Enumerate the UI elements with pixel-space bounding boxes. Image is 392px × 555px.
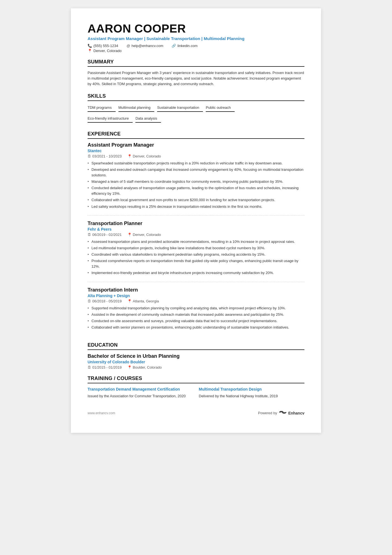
skills-row-1: TDM programs Multimodal planning Sustain… — [88, 104, 304, 114]
link-icon: 🔗 — [172, 44, 176, 48]
bullet-1-3: Managed a team of 5 staff members to coo… — [88, 179, 304, 184]
summary-title: SUMMARY — [88, 59, 304, 67]
exp-entry-2: Transportation Planner Fehr & Peers 🗓 06… — [88, 221, 304, 282]
bullet-1-6: Led safety workshops resulting in a 25% … — [88, 204, 304, 209]
experience-title: EXPERIENCE — [88, 131, 304, 139]
training-entry-2: Multimodal Transportation Design Deliver… — [199, 387, 304, 399]
contact-row-2: 📍 Denver, Colorado — [88, 49, 304, 53]
skill-multimodal: Multimodal planning — [118, 104, 155, 112]
skill-data: Data analysis — [135, 115, 161, 123]
training-title: TRAINING / COURSES — [88, 376, 304, 383]
bullet-2-5: Implemented eco-friendly pedestrian and … — [88, 270, 304, 276]
job-location-3: 📍 Atlanta, Georgia — [127, 299, 159, 303]
job-dates-2: 🗓 06/2019 - 02/2021 — [88, 233, 122, 237]
bullet-2-1: Assessed transportation plans and provid… — [88, 239, 304, 245]
bullet-2-4: Produced comprehensive reports on transp… — [88, 258, 304, 269]
pin-icon-edu: 📍 — [127, 365, 132, 369]
exp-entry-3: Transportation Intern Alta Planning + De… — [88, 287, 304, 336]
company-1: Stantec — [88, 149, 304, 153]
bullet-2-3: Coordinated with various stakeholders to… — [88, 252, 304, 257]
calendar-icon-1: 🗓 — [88, 154, 91, 158]
edu-degree-1: Bachelor of Science in Urban Planning — [88, 353, 304, 359]
enhancv-icon — [279, 410, 287, 416]
linkedin-contact: 🔗 linkedin.com — [172, 44, 197, 48]
pin-icon-1: 📍 — [127, 154, 132, 158]
skill-tdm: TDM programs — [88, 104, 116, 112]
exp-entry-1: Assistant Program Manager Stantec 🗓 03/2… — [88, 142, 304, 216]
bullet-1-5: Collaborated with local government and n… — [88, 197, 304, 203]
edu-dates-1: 🗓 01/2015 - 01/2019 — [88, 365, 122, 369]
skill-eco: Eco-friendly infrastructure — [88, 115, 133, 123]
skill-outreach: Public outreach — [206, 104, 235, 112]
job-location-1: 📍 Denver, Colorado — [127, 154, 161, 158]
calendar-icon-2: 🗓 — [88, 233, 91, 237]
company-3: Alta Planning + Design — [88, 293, 304, 298]
training-title-1: Transportation Demand Management Certifi… — [88, 387, 193, 392]
job-dates-3: 🗓 06/2018 - 05/2019 — [88, 299, 122, 303]
bullet-list-2: Assessed transportation plans and provid… — [88, 239, 304, 276]
bullet-3-4: Collaborated with senior planners on pre… — [88, 325, 304, 330]
email-icon: @ — [126, 44, 130, 48]
footer-website: www.enhancv.com — [88, 411, 115, 415]
location-value: Denver, Colorado — [93, 49, 121, 53]
company-2: Fehr & Peers — [88, 227, 304, 231]
skills-row-2: Eco-friendly infrastructure Data analysi… — [88, 115, 304, 125]
job-title-3: Transportation Intern — [88, 287, 304, 293]
job-title-1: Assistant Program Manager — [88, 142, 304, 148]
job-dates-1: 🗓 03/2021 - 10/2023 — [88, 154, 122, 158]
training-desc-1: Issued by the Association for Commuter T… — [88, 393, 193, 399]
phone-value: (555) 555-1234 — [93, 44, 118, 48]
summary-text: Passionate Assistant Program Manager wit… — [88, 70, 304, 87]
enhancv-brand-name: Enhancv — [288, 411, 304, 415]
job-location-2: 📍 Denver, Colorado — [127, 233, 161, 237]
job-meta-2: 🗓 06/2019 - 02/2021 📍 Denver, Colorado — [88, 233, 304, 237]
location-contact: 📍 Denver, Colorado — [88, 49, 121, 53]
training-entry-1: Transportation Demand Management Certifi… — [88, 387, 193, 399]
bullet-3-1: Supported multimodal transportation plan… — [88, 305, 304, 311]
bullet-list-1: Spearheaded sustainable transportation p… — [88, 161, 304, 209]
calendar-icon-3: 🗓 — [88, 299, 91, 303]
bullet-1-1: Spearheaded sustainable transportation p… — [88, 161, 304, 166]
training-grid: Transportation Demand Management Certifi… — [88, 387, 304, 399]
bullet-3-3: Conducted on-site assessments and survey… — [88, 318, 304, 324]
header-section: AARON COOPER Assistant Program Manager |… — [88, 22, 304, 53]
job-title-2: Transportation Planner — [88, 221, 304, 226]
email-contact: @ help@enhancv.com — [126, 44, 163, 48]
skill-sustainable: Sustainable transportation — [157, 104, 203, 112]
bullet-list-3: Supported multimodal transportation plan… — [88, 305, 304, 330]
education-title: EDUCATION — [88, 342, 304, 350]
footer: www.enhancv.com Powered by Enhancv — [88, 410, 304, 416]
candidate-name: AARON COOPER — [88, 22, 304, 35]
bullet-1-4: Conducted detailed analyses of transport… — [88, 185, 304, 196]
training-section: TRAINING / COURSES Transportation Demand… — [88, 376, 304, 399]
edu-location-1: 📍 Boulder, Colorado — [127, 365, 162, 369]
job-meta-1: 🗓 03/2021 - 10/2023 📍 Denver, Colorado — [88, 154, 304, 158]
edu-meta-1: 🗓 01/2015 - 01/2019 📍 Boulder, Colorado — [88, 365, 304, 369]
enhancv-branding: Powered by Enhancv — [258, 410, 304, 416]
bullet-1-2: Developed and executed outreach campaign… — [88, 167, 304, 178]
skills-section: SKILLS TDM programs Multimodal planning … — [88, 93, 304, 125]
pin-icon-3: 📍 — [127, 299, 132, 303]
edu-entry-1: Bachelor of Science in Urban Planning Un… — [88, 353, 304, 369]
edu-school-1: University of Colorado Boulder — [88, 360, 304, 364]
education-section: EDUCATION Bachelor of Science in Urban P… — [88, 342, 304, 369]
email-value: help@enhancv.com — [132, 44, 163, 48]
linkedin-value: linkedin.com — [177, 44, 197, 48]
location-icon: 📍 — [88, 49, 92, 53]
bullet-2-2: Led multimodal transportation projects, … — [88, 245, 304, 251]
resume-document: AARON COOPER Assistant Program Manager |… — [71, 8, 321, 433]
summary-section: SUMMARY Passionate Assistant Program Man… — [88, 59, 304, 87]
candidate-subtitle: Assistant Program Manager | Sustainable … — [88, 36, 304, 41]
training-title-2: Multimodal Transportation Design — [199, 387, 304, 392]
contact-row-1: 📞 (555) 555-1234 @ help@enhancv.com 🔗 li… — [88, 44, 304, 48]
phone-contact: 📞 (555) 555-1234 — [88, 44, 118, 48]
calendar-icon-edu: 🗓 — [88, 365, 91, 369]
pin-icon-2: 📍 — [127, 233, 132, 237]
skills-title: SKILLS — [88, 93, 304, 101]
training-desc-2: Delivered by the National Highway Instit… — [199, 393, 304, 399]
bullet-3-2: Assisted in the development of community… — [88, 312, 304, 317]
powered-by-label: Powered by — [258, 411, 277, 415]
experience-section: EXPERIENCE Assistant Program Manager Sta… — [88, 131, 304, 336]
phone-icon: 📞 — [88, 44, 92, 48]
job-meta-3: 🗓 06/2018 - 05/2019 📍 Atlanta, Georgia — [88, 299, 304, 303]
